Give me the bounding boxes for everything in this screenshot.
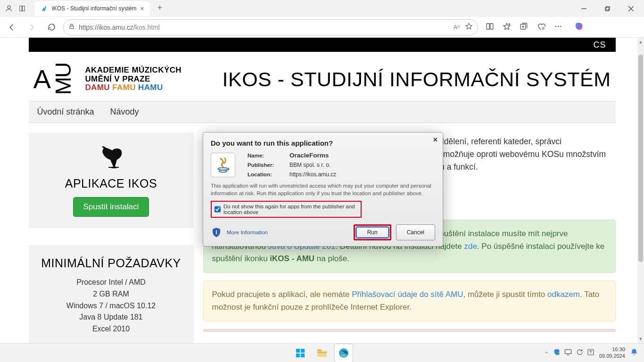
svg-rect-7 xyxy=(490,24,493,29)
new-tab-button[interactable] xyxy=(155,2,165,15)
svg-rect-5 xyxy=(70,26,74,28)
tab-close-icon[interactable]: × xyxy=(140,5,144,12)
run-button[interactable]: Run xyxy=(356,227,388,238)
list-item: Windows 7 / macOS 10.12 xyxy=(36,300,186,312)
svg-text:i: i xyxy=(215,229,217,236)
svg-rect-21 xyxy=(317,349,322,352)
tray-clock[interactable]: 16:30 09.09.2024 xyxy=(599,346,625,359)
nav-guides[interactable]: Návody xyxy=(110,107,139,117)
notifications-icon[interactable] xyxy=(630,348,638,358)
tray-icons[interactable] xyxy=(544,348,594,358)
more-icon[interactable] xyxy=(554,22,562,33)
tab-title: iKOS - Studijní informační systém xyxy=(52,5,136,12)
requirements-list: Procesor Intel / AMD 2 GB RAM Windows 7 … xyxy=(36,277,186,335)
svg-rect-19 xyxy=(301,353,305,357)
collections-icon[interactable] xyxy=(520,22,528,33)
profile-icon[interactable] xyxy=(5,4,13,13)
window-minimize-button[interactable] xyxy=(573,1,594,16)
refresh-button[interactable] xyxy=(43,19,59,35)
url-text: https://ikos.amu.cz/kos.html xyxy=(79,24,450,31)
main-nav: Úvodní stránka Návody xyxy=(29,101,616,123)
svg-rect-16 xyxy=(296,348,300,352)
tray-chevron-icon[interactable] xyxy=(544,349,549,357)
vertical-scrollbar[interactable]: ▲ ▼ xyxy=(637,38,644,343)
extensions-icon[interactable] xyxy=(537,22,545,33)
svg-rect-22 xyxy=(317,352,327,353)
address-bar[interactable]: https://ikos.amu.cz/kos.html A⁾⁾ xyxy=(63,19,478,35)
window-maximize-button[interactable] xyxy=(597,1,618,16)
windows-taskbar: 16:30 09.09.2024 xyxy=(0,343,644,362)
dont-show-checkbox[interactable] xyxy=(215,206,221,213)
svg-point-12 xyxy=(560,25,561,27)
svg-point-10 xyxy=(555,25,556,27)
svg-point-24 xyxy=(557,352,560,354)
workspaces-icon[interactable] xyxy=(18,4,26,13)
top-black-bar: CS xyxy=(29,38,616,52)
link-alternative[interactable]: odkazem xyxy=(547,290,580,299)
favorite-icon[interactable] xyxy=(465,22,473,32)
file-explorer-icon[interactable] xyxy=(313,344,331,362)
svg-rect-25 xyxy=(565,349,571,354)
tray-language-icon[interactable] xyxy=(587,348,594,358)
dialog-publisher-label: Publisher: xyxy=(248,162,283,168)
dialog-name-value: OracleForms xyxy=(289,152,435,159)
split-screen-icon[interactable] xyxy=(486,22,494,33)
tray-display-icon[interactable] xyxy=(564,349,572,357)
svg-rect-18 xyxy=(296,353,300,357)
alert-login: Pokud pracujete s aplikací, ale nemáte P… xyxy=(203,280,616,321)
reading-mode-indicator[interactable]: A⁾⁾ xyxy=(454,24,460,31)
lock-icon xyxy=(68,23,75,32)
svg-point-13 xyxy=(218,167,228,170)
more-information-link[interactable]: More Information xyxy=(227,230,268,235)
link-credentials[interactable]: Přihlašovací údaje do sítě AMU xyxy=(352,290,463,299)
svg-rect-3 xyxy=(605,7,608,10)
favorites-icon[interactable] xyxy=(503,22,511,33)
amu-logo[interactable]: AMU AKADEMIE MÚZICKÝCH UMĚNÍ V PRAZE DAM… xyxy=(33,66,182,92)
dialog-warning-text: This application will run with unrestric… xyxy=(211,182,435,197)
java-icon xyxy=(211,153,235,177)
dialog-checkbox-row[interactable]: Do not show this again for apps from the… xyxy=(211,201,362,218)
tab-favicon-icon xyxy=(41,5,48,12)
dont-show-label: Do not show this again for apps from the… xyxy=(223,204,358,215)
svg-point-11 xyxy=(558,25,559,27)
language-switch[interactable]: CS xyxy=(593,40,606,50)
list-item: Procesor Intel / AMD xyxy=(36,277,186,288)
svg-rect-4 xyxy=(606,6,609,9)
install-button[interactable]: Spustit instalaci xyxy=(73,197,149,217)
scroll-up-icon[interactable]: ▲ xyxy=(637,39,644,45)
copilot-icon[interactable] xyxy=(574,21,584,33)
dialog-publisher-value: BBM spol. s r. o. xyxy=(289,162,435,168)
back-button[interactable] xyxy=(4,19,20,35)
scrollbar-thumb[interactable] xyxy=(638,55,643,262)
dialog-location-label: Location: xyxy=(248,172,283,177)
dialog-name-label: Name: xyxy=(248,153,283,158)
svg-rect-1 xyxy=(20,6,22,11)
page-title: IKOS - STUDIJNÍ INFORMAČNÍ SYSTÉM xyxy=(223,68,611,91)
requirements-title: MINIMÁLNÍ POŽADAVKY xyxy=(36,256,186,270)
shield-icon: i xyxy=(211,227,222,238)
scroll-down-icon[interactable]: ▼ xyxy=(637,336,644,342)
browser-tab[interactable]: iKOS - Studijní informační systém × xyxy=(35,1,150,16)
svg-point-14 xyxy=(219,170,227,172)
bird-icon xyxy=(97,144,125,170)
tray-security-icon[interactable] xyxy=(553,348,561,358)
dialog-close-icon[interactable]: ✕ xyxy=(433,136,438,143)
nav-home[interactable]: Úvodní stránka xyxy=(37,107,94,117)
link-guide[interactable]: zde xyxy=(464,242,477,251)
page-header: AMU AKADEMIE MÚZICKÝCH UMĚNÍ V PRAZE DAM… xyxy=(29,52,616,101)
app-card: APLIKACE IKOS Spustit instalaci xyxy=(29,132,194,228)
svg-rect-17 xyxy=(301,348,305,352)
cancel-button[interactable]: Cancel xyxy=(396,224,435,240)
java-security-dialog: ✕ Do you want to run this application? N… xyxy=(203,132,443,247)
tray-sync-icon[interactable] xyxy=(576,348,583,358)
list-item: Java 8 Update 181 xyxy=(36,312,186,323)
start-button[interactable] xyxy=(291,344,310,362)
edge-browser-icon[interactable] xyxy=(334,344,353,362)
dialog-title: Do you want to run this application? xyxy=(211,139,435,147)
page-viewport: CS AMU AKADEMIE MÚZICKÝCH UMĚNÍ V PRAZE … xyxy=(0,38,644,343)
svg-rect-2 xyxy=(23,6,25,11)
window-close-button[interactable] xyxy=(620,1,641,16)
list-item: 2 GB RAM xyxy=(36,288,186,300)
run-button-highlight: Run xyxy=(354,224,391,240)
svg-rect-6 xyxy=(487,24,489,29)
